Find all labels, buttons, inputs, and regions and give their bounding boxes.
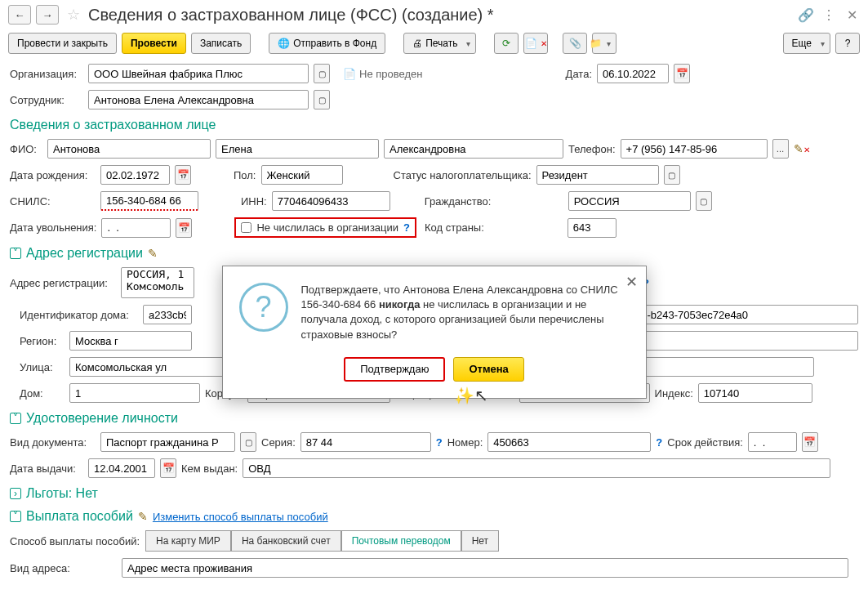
dialog-text-bold: никогда [379,298,421,310]
dialog-message: Подтверждаете, что Антонова Елена Алекса… [301,283,630,342]
dialog-close-icon[interactable]: ✕ [625,273,638,291]
question-icon: ? [239,283,288,332]
confirm-dialog: ✕ ? Подтверждаете, что Антонова Елена Ал… [222,266,647,399]
confirm-button[interactable]: Подтверждаю [344,357,445,382]
cancel-button[interactable]: Отмена [453,357,523,382]
